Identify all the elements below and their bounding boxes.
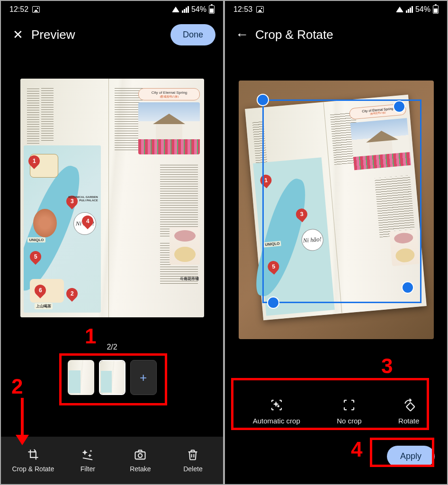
thumbnail-2[interactable] <box>99 360 125 395</box>
no-crop-icon <box>342 398 356 412</box>
wifi-icon <box>172 7 179 12</box>
no-crop-button[interactable]: No crop <box>337 398 362 425</box>
battery-label: 54% <box>415 5 430 14</box>
auto-crop-icon <box>269 398 284 412</box>
thumbnail-strip: + <box>68 360 157 395</box>
callout-3: 3 <box>381 354 393 378</box>
map-label-upmtn: 上山喝茶 <box>35 303 53 309</box>
add-page-button[interactable]: + <box>130 360 157 395</box>
svg-point-2 <box>278 405 279 407</box>
callout-1: 1 <box>85 324 96 348</box>
phone-preview: 12:52 54% ✕ Preview Done <box>1 1 223 484</box>
map-label-botanic: BOTANICAL GARDENPULI PALACE <box>68 196 98 202</box>
wifi-icon <box>396 7 403 12</box>
filter-label: Filter <box>81 465 95 473</box>
page-title: Preview <box>31 27 170 42</box>
signal-icon <box>182 6 189 13</box>
time-label: 12:53 <box>233 5 252 14</box>
crop-actions-row: Automatic crop No crop Rotate <box>225 398 447 425</box>
camera-icon <box>134 448 147 461</box>
time-label: 12:52 <box>9 5 28 14</box>
status-bar: 12:52 54% <box>1 1 223 18</box>
svg-rect-0 <box>135 452 145 459</box>
crop-frame[interactable] <box>262 99 421 303</box>
preview-content: Ni hăo! 1 3 4 5 6 2 UNIQLO 上山喝茶 BOTANICA… <box>1 51 223 437</box>
retake-button[interactable]: Retake <box>121 448 159 473</box>
back-arrow-icon: ← <box>235 27 249 42</box>
delete-label: Delete <box>183 465 202 473</box>
crop-handle-tl[interactable] <box>257 94 269 106</box>
filter-button[interactable]: Filter <box>69 448 107 473</box>
back-button[interactable]: ← <box>233 25 251 44</box>
crop-handle-tr[interactable] <box>393 100 405 113</box>
picture-icon <box>256 6 264 13</box>
close-button[interactable]: ✕ <box>9 25 27 44</box>
trash-icon <box>186 448 199 461</box>
crop-content: 1 3 Ni hăo! 5 UNIQLO City of Eternal Spr… <box>225 51 447 484</box>
rotate-label: Rotate <box>398 417 419 425</box>
rotate-button[interactable]: Rotate <box>398 398 419 425</box>
crop-handle-bl[interactable] <box>267 296 279 309</box>
picture-icon <box>32 6 40 13</box>
apply-button[interactable]: Apply <box>387 446 435 467</box>
crop-rotate-label: Crop & Rotate <box>12 465 54 473</box>
retake-label: Retake <box>130 465 151 473</box>
app-bar: ← Crop & Rotate <box>225 18 447 51</box>
battery-label: 54% <box>191 5 206 14</box>
done-button[interactable]: Done <box>170 24 215 45</box>
callout-2-arrow-line <box>21 398 24 436</box>
rotate-icon <box>402 398 416 412</box>
crop-rotate-icon <box>27 448 40 461</box>
svg-point-1 <box>138 454 142 458</box>
auto-crop-label: Automatic crop <box>253 417 300 425</box>
page-counter: 2/2 <box>107 343 117 351</box>
crop-rotate-button[interactable]: Crop & Rotate <box>12 448 54 473</box>
no-crop-label: No crop <box>337 417 362 425</box>
callout-2: 2 <box>11 375 23 398</box>
crop-canvas[interactable]: 1 3 Ni hăo! 5 UNIQLO City of Eternal Spr… <box>239 81 434 339</box>
callout-4: 4 <box>351 438 362 461</box>
map-label-market: 斗南花市場 <box>180 276 199 281</box>
map-label-uniqlo: UNIQLO <box>27 237 45 242</box>
crop-handle-br[interactable] <box>402 281 414 294</box>
close-icon: ✕ <box>13 27 23 42</box>
filter-icon <box>81 448 94 461</box>
scan-preview[interactable]: Ni hăo! 1 3 4 5 6 2 UNIQLO 上山喝茶 BOTANICA… <box>20 79 204 317</box>
delete-button[interactable]: Delete <box>174 448 212 473</box>
phone-crop: 12:53 54% ← Crop & Rotate 1 3 Ni hăo! <box>225 1 447 484</box>
city-heading: City of Eternal Spring(春城昆明の旅) <box>138 88 200 100</box>
app-bar: ✕ Preview Done <box>1 18 223 51</box>
svg-rect-3 <box>406 403 415 411</box>
battery-icon <box>209 5 215 14</box>
battery-icon <box>433 5 439 14</box>
status-bar: 12:53 54% <box>225 1 447 18</box>
plus-icon: + <box>140 370 147 385</box>
bottom-toolbar: Crop & Rotate Filter Retake Delete <box>1 437 223 484</box>
page-title: Crop & Rotate <box>255 27 439 42</box>
signal-icon <box>406 6 413 13</box>
auto-crop-button[interactable]: Automatic crop <box>253 398 300 425</box>
thumbnail-1[interactable] <box>68 360 94 395</box>
